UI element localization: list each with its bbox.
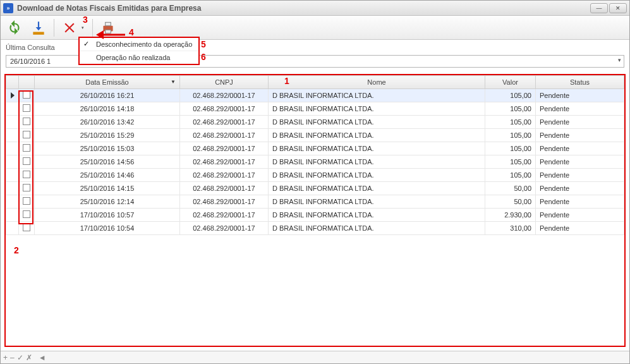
cell-data: 25/10/2016 12:14 bbox=[35, 195, 180, 209]
cell-nome: D BRASIL INFORMATICA LTDA. bbox=[269, 142, 485, 155]
col-valor[interactable]: Valor bbox=[485, 76, 536, 89]
cell-valor: 105,00 bbox=[485, 169, 536, 182]
cell-valor: 310,00 bbox=[485, 222, 536, 235]
cell-cnpj: 02.468.292/0001-17 bbox=[180, 129, 269, 142]
row-marker-icon bbox=[11, 92, 15, 99]
row-checkbox-cell[interactable] bbox=[19, 222, 35, 235]
footer-cancel[interactable]: ✗ bbox=[26, 353, 32, 362]
annotation-5: 5 bbox=[201, 39, 206, 49]
checkbox[interactable] bbox=[23, 197, 30, 205]
row-checkbox-cell[interactable] bbox=[19, 129, 35, 142]
table-row[interactable]: 25/10/2016 12:1402.468.292/0001-17D BRAS… bbox=[6, 195, 624, 209]
checkbox[interactable] bbox=[23, 131, 30, 138]
cell-nome: D BRASIL INFORMATICA LTDA. bbox=[269, 169, 485, 182]
consulta-label: Última Consulta bbox=[6, 44, 55, 51]
cell-status: Pendente bbox=[536, 129, 624, 142]
row-checkbox-cell[interactable] bbox=[19, 169, 35, 182]
cell-status: Pendente bbox=[536, 209, 624, 222]
col-nome[interactable]: Nome bbox=[269, 76, 485, 89]
cell-valor: 105,00 bbox=[485, 129, 536, 142]
footer-confirm[interactable]: ✓ bbox=[17, 353, 23, 362]
col-checkbox[interactable] bbox=[19, 76, 35, 89]
cell-status: Pendente bbox=[536, 222, 624, 235]
annotation-1: 1 bbox=[284, 76, 289, 86]
row-checkbox-cell[interactable] bbox=[19, 102, 35, 116]
table-row[interactable]: 17/10/2016 10:5702.468.292/0001-17D BRAS… bbox=[6, 209, 624, 222]
row-marker-cell bbox=[6, 182, 19, 195]
grid-container: Data Emissão ▼ CNPJ Nome Valor Status 26… bbox=[4, 74, 626, 347]
row-marker-cell bbox=[6, 89, 19, 102]
row-checkbox-cell[interactable] bbox=[19, 195, 35, 209]
row-checkbox-cell[interactable] bbox=[19, 182, 35, 195]
table-row[interactable]: 26/10/2016 13:4202.468.292/0001-17D BRAS… bbox=[6, 116, 624, 129]
refresh-button[interactable] bbox=[4, 18, 25, 38]
close-button[interactable]: ✕ bbox=[609, 3, 627, 13]
cell-valor: 50,00 bbox=[485, 182, 536, 195]
table-row[interactable]: 17/10/2016 10:5402.468.292/0001-17D BRAS… bbox=[6, 222, 624, 235]
checkbox[interactable] bbox=[23, 144, 30, 152]
checkbox[interactable] bbox=[23, 157, 30, 165]
table-row[interactable]: 25/10/2016 15:0302.468.292/0001-17D BRAS… bbox=[6, 142, 624, 155]
annotation-6: 6 bbox=[201, 52, 206, 62]
footer-remove[interactable]: – bbox=[10, 353, 15, 362]
checkbox[interactable] bbox=[23, 91, 30, 99]
checkbox[interactable] bbox=[23, 184, 30, 191]
col-data-label: Data Emissão bbox=[85, 78, 128, 86]
cell-status: Pendente bbox=[536, 142, 624, 155]
row-marker-cell bbox=[6, 209, 19, 222]
table-row[interactable]: 25/10/2016 14:4602.468.292/0001-17D BRAS… bbox=[6, 169, 624, 182]
footer-add[interactable]: + bbox=[3, 353, 8, 362]
cell-valor: 50,00 bbox=[485, 195, 536, 209]
cell-nome: D BRASIL INFORMATICA LTDA. bbox=[269, 129, 485, 142]
annotation-2: 2 bbox=[14, 245, 19, 255]
cell-data: 26/10/2016 13:42 bbox=[35, 116, 180, 129]
row-checkbox-cell[interactable] bbox=[19, 209, 35, 222]
row-checkbox-cell[interactable] bbox=[19, 116, 35, 129]
menu-item-nao-realizada[interactable]: Operação não realizada bbox=[80, 51, 198, 64]
checkbox[interactable] bbox=[23, 224, 30, 231]
window-title: Download de Notas Fiscais Emitidas para … bbox=[17, 4, 590, 13]
cell-cnpj: 02.468.292/0001-17 bbox=[180, 222, 269, 235]
check-icon: ✓ bbox=[83, 40, 89, 48]
checkbox[interactable] bbox=[23, 104, 30, 112]
row-checkbox-cell[interactable] bbox=[19, 155, 35, 169]
reject-button[interactable]: ▾ bbox=[59, 18, 80, 38]
download-icon bbox=[30, 20, 47, 36]
svg-marker-4 bbox=[96, 30, 104, 39]
footer-scroll-left[interactable]: ◄ bbox=[39, 353, 46, 362]
annotation-arrow bbox=[95, 28, 126, 42]
cell-valor: 105,00 bbox=[485, 116, 536, 129]
col-status[interactable]: Status bbox=[536, 76, 624, 89]
checkbox[interactable] bbox=[23, 118, 30, 125]
app-icon: » bbox=[3, 3, 13, 13]
table-row[interactable]: 26/10/2016 14:1802.468.292/0001-17D BRAS… bbox=[6, 102, 624, 116]
table-row[interactable]: 25/10/2016 14:5602.468.292/0001-17D BRAS… bbox=[6, 155, 624, 169]
row-checkbox-cell[interactable] bbox=[19, 142, 35, 155]
titlebar: » Download de Notas Fiscais Emitidas par… bbox=[1, 1, 629, 16]
row-checkbox-cell[interactable] bbox=[19, 89, 35, 102]
cell-data: 25/10/2016 15:29 bbox=[35, 129, 180, 142]
menu-item-label: Operação não realizada bbox=[96, 54, 170, 61]
cell-cnpj: 02.468.292/0001-17 bbox=[180, 116, 269, 129]
cell-nome: D BRASIL INFORMATICA LTDA. bbox=[269, 155, 485, 169]
checkbox[interactable] bbox=[23, 210, 30, 218]
svg-rect-1 bbox=[106, 22, 111, 25]
checkbox[interactable] bbox=[23, 171, 30, 178]
invoice-grid: Data Emissão ▼ CNPJ Nome Valor Status 26… bbox=[6, 75, 624, 235]
row-marker-cell bbox=[6, 169, 19, 182]
col-cnpj[interactable]: CNPJ bbox=[180, 76, 269, 89]
cell-cnpj: 02.468.292/0001-17 bbox=[180, 102, 269, 116]
table-row[interactable]: 26/10/2016 16:2102.468.292/0001-17D BRAS… bbox=[6, 89, 624, 102]
cell-cnpj: 02.468.292/0001-17 bbox=[180, 89, 269, 102]
table-row[interactable]: 25/10/2016 14:1502.468.292/0001-17D BRAS… bbox=[6, 182, 624, 195]
cell-valor: 105,00 bbox=[485, 155, 536, 169]
cell-cnpj: 02.468.292/0001-17 bbox=[180, 182, 269, 195]
cell-status: Pendente bbox=[536, 116, 624, 129]
minimize-button[interactable]: — bbox=[590, 3, 608, 13]
col-data-emissao[interactable]: Data Emissão ▼ bbox=[35, 76, 180, 89]
download-button[interactable] bbox=[28, 18, 49, 38]
refresh-icon bbox=[6, 20, 23, 36]
cell-data: 25/10/2016 14:15 bbox=[35, 182, 180, 195]
table-row[interactable]: 25/10/2016 15:2902.468.292/0001-17D BRAS… bbox=[6, 129, 624, 142]
row-marker-cell bbox=[6, 129, 19, 142]
